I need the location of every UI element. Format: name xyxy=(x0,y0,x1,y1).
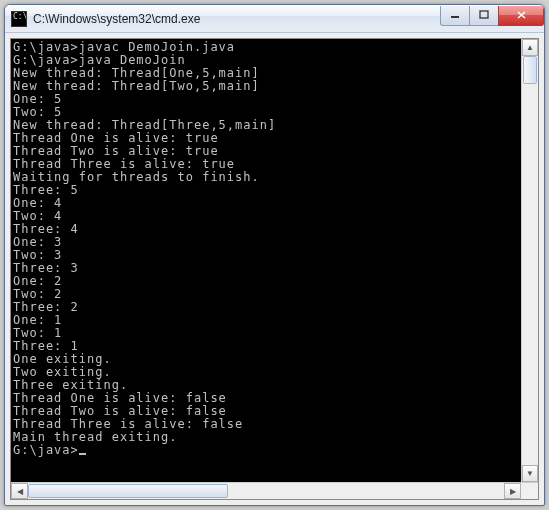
title-bar[interactable]: C:\ C:\Windows\system32\cmd.exe xyxy=(5,5,544,33)
close-icon xyxy=(516,10,527,20)
vertical-scrollbar[interactable]: ▲ ▼ xyxy=(521,39,538,482)
console-line: One: 5 xyxy=(13,93,519,106)
console-line: One: 2 xyxy=(13,275,519,288)
console-line: G:\java> xyxy=(13,444,519,457)
maximize-icon xyxy=(479,10,489,20)
console-output[interactable]: G:\java>javac DemoJoin.javaG:\java>java … xyxy=(11,39,521,482)
console-line: Three: 2 xyxy=(13,301,519,314)
close-button[interactable] xyxy=(498,6,544,26)
cmd-window: C:\ C:\Windows\system32\cmd.exe G:\java>… xyxy=(4,4,545,506)
console-line: Two: 2 xyxy=(13,288,519,301)
window-title: C:\Windows\system32\cmd.exe xyxy=(33,12,441,26)
vertical-scroll-thumb[interactable] xyxy=(523,56,537,84)
console-line: One: 3 xyxy=(13,236,519,249)
console-line: Main thread exiting. xyxy=(13,431,519,444)
client-area: G:\java>javac DemoJoin.javaG:\java>java … xyxy=(10,38,539,500)
console-line: One: 4 xyxy=(13,197,519,210)
maximize-button[interactable] xyxy=(469,6,499,26)
console-line: One: 1 xyxy=(13,314,519,327)
horizontal-scroll-thumb[interactable] xyxy=(28,484,228,498)
scroll-down-button[interactable]: ▼ xyxy=(522,465,538,482)
scrollbar-corner xyxy=(521,483,538,499)
console-wrap: G:\java>javac DemoJoin.javaG:\java>java … xyxy=(11,39,538,482)
cursor xyxy=(79,453,86,455)
horizontal-scrollbar[interactable]: ◀ ▶ xyxy=(11,482,538,499)
console-line: Two: 4 xyxy=(13,210,519,223)
window-controls xyxy=(441,6,544,26)
cmd-icon: C:\ xyxy=(11,11,27,27)
console-line: Three: 3 xyxy=(13,262,519,275)
console-line: Two: 1 xyxy=(13,327,519,340)
console-line: Waiting for threads to finish. xyxy=(13,171,519,184)
scroll-left-button[interactable]: ◀ xyxy=(11,483,28,499)
console-line: Three: 4 xyxy=(13,223,519,236)
minimize-icon xyxy=(450,10,460,20)
svg-rect-0 xyxy=(451,16,459,18)
horizontal-scroll-track[interactable] xyxy=(28,483,504,499)
scroll-up-button[interactable]: ▲ xyxy=(522,39,538,56)
console-line: Two: 3 xyxy=(13,249,519,262)
minimize-button[interactable] xyxy=(440,6,470,26)
svg-rect-1 xyxy=(480,11,488,18)
console-line: Three: 5 xyxy=(13,184,519,197)
vertical-scroll-track[interactable] xyxy=(522,56,538,465)
scroll-right-button[interactable]: ▶ xyxy=(504,483,521,499)
console-line: New thread: Thread[Two,5,main] xyxy=(13,80,519,93)
